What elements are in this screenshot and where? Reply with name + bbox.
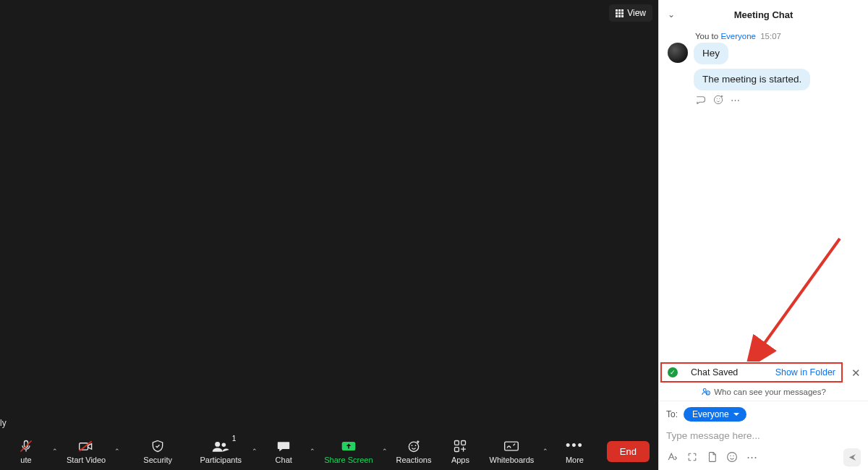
avatar — [668, 43, 688, 63]
emoji-icon[interactable] — [726, 451, 738, 463]
participants-caret[interactable]: ⌃ — [249, 448, 260, 455]
security-button[interactable]: Security — [135, 436, 181, 467]
chat-button[interactable]: Chat — [260, 436, 307, 467]
share-caret[interactable]: ⌃ — [379, 448, 391, 455]
file-icon[interactable] — [707, 451, 718, 463]
end-button[interactable]: End — [607, 441, 650, 462]
start-video-button[interactable]: Start Video — [61, 436, 111, 467]
who-can-see-text: Who can see your messages? — [714, 388, 826, 396]
show-in-folder-link[interactable]: Show in Folder — [775, 367, 835, 377]
whiteboard-icon — [503, 439, 519, 453]
chat-caret[interactable]: ⌃ — [307, 448, 318, 455]
chat-saved-banner: ✓ Chat Saved Show in Folder — [660, 362, 843, 383]
reactions-label: Reactions — [396, 456, 432, 464]
sender-prefix: You to — [695, 32, 720, 40]
more-icon: ••• — [566, 439, 584, 453]
screenshot-icon[interactable] — [686, 451, 698, 463]
svg-point-21 — [730, 456, 731, 456]
apps-icon — [453, 439, 467, 453]
corner-text: ly — [0, 418, 7, 428]
view-label: View — [627, 8, 646, 18]
shield-icon — [150, 439, 165, 453]
whiteboards-button[interactable]: Whiteboards — [483, 436, 540, 467]
more-button[interactable]: ••• More — [551, 436, 597, 467]
reactions-button[interactable]: Reactions — [391, 436, 438, 467]
person-info-icon — [701, 387, 710, 396]
message-row: Hey — [668, 43, 861, 64]
recipient-link[interactable]: Everyone — [720, 32, 756, 40]
more-label: More — [566, 456, 584, 464]
view-button[interactable]: View — [609, 4, 652, 22]
start-video-label: Start Video — [67, 456, 106, 464]
annotation-arrow — [739, 231, 854, 362]
svg-rect-10 — [455, 440, 459, 445]
message-bubble: The meeting is started. — [694, 69, 810, 90]
check-circle-icon: ✓ — [668, 367, 678, 377]
banner-close-icon[interactable]: ✕ — [844, 367, 868, 380]
format-icon[interactable] — [666, 451, 678, 463]
apps-label: Apps — [451, 456, 469, 464]
meeting-video-area: View ly ute ⌃ Start Video ⌃ — [0, 0, 658, 470]
svg-point-8 — [412, 445, 413, 446]
svg-line-17 — [762, 239, 840, 347]
svg-point-15 — [717, 98, 718, 99]
svg-point-20 — [728, 453, 737, 462]
microphone-slash-icon — [19, 439, 33, 453]
recipient-selector-label: Everyone — [692, 409, 729, 419]
react-icon[interactable] — [713, 95, 723, 106]
whiteboards-label: Whiteboards — [490, 456, 535, 464]
participants-label: Participants — [200, 456, 241, 464]
who-can-see-link[interactable]: Who can see your messages? — [659, 384, 868, 401]
message-meta: You to Everyone 15:07 — [695, 32, 861, 40]
mute-caret[interactable]: ⌃ — [49, 448, 61, 455]
chat-title: Meeting Chat — [734, 9, 793, 20]
reactions-icon — [407, 439, 421, 453]
chat-panel: ⌄ Meeting Chat You to Everyone 15:07 Hey… — [658, 0, 868, 470]
svg-point-7 — [409, 442, 418, 451]
svg-point-22 — [733, 456, 733, 456]
participants-button[interactable]: 1 Participants — [192, 436, 249, 467]
participants-badge: 1 — [232, 435, 237, 443]
apps-button[interactable]: Apps — [437, 436, 483, 467]
message-row: The meeting is started. — [694, 69, 861, 90]
participants-icon — [211, 439, 230, 453]
svg-rect-12 — [455, 447, 459, 451]
svg-point-18 — [703, 389, 706, 392]
message-time: 15:07 — [760, 32, 781, 40]
share-screen-icon — [341, 439, 357, 453]
camera-slash-icon — [78, 439, 94, 453]
meeting-toolbar: ute ⌃ Start Video ⌃ Security — [0, 432, 658, 470]
reply-icon[interactable] — [695, 95, 706, 106]
svg-point-5 — [222, 443, 226, 447]
mute-button[interactable]: ute — [3, 436, 49, 467]
compose-toolbar: ⋯ — [666, 448, 861, 466]
chat-saved-label: Chat Saved — [691, 367, 738, 377]
message-more-icon[interactable]: ⋯ — [731, 95, 740, 106]
share-screen-label: Share Screen — [324, 456, 373, 464]
svg-rect-2 — [80, 443, 88, 449]
recipient-selector[interactable]: Everyone — [684, 407, 746, 422]
message-actions: ⋯ — [695, 95, 861, 106]
video-caret[interactable]: ⌃ — [111, 448, 123, 455]
svg-point-14 — [714, 96, 722, 104]
message-bubble: Hey — [694, 43, 728, 64]
chat-collapse-icon[interactable]: ⌄ — [668, 9, 675, 20]
chat-header: ⌄ Meeting Chat — [659, 0, 868, 29]
share-screen-button[interactable]: Share Screen — [318, 436, 378, 467]
whiteboards-caret[interactable]: ⌃ — [540, 448, 551, 455]
svg-point-9 — [415, 445, 417, 446]
grid-icon — [616, 9, 624, 17]
video-main: View ly — [0, 0, 658, 432]
to-row: To: Everyone — [666, 407, 861, 422]
chat-body: You to Everyone 15:07 Hey The meeting is… — [659, 29, 868, 362]
to-label: To: — [666, 409, 678, 419]
send-button[interactable] — [843, 448, 861, 466]
svg-point-16 — [719, 98, 720, 99]
chat-icon — [276, 439, 291, 453]
compose-more-icon[interactable]: ⋯ — [746, 450, 757, 463]
message-input[interactable] — [666, 427, 861, 448]
svg-point-4 — [215, 441, 220, 446]
svg-rect-11 — [461, 440, 466, 445]
security-label: Security — [143, 456, 172, 464]
compose-area: To: Everyone ⋯ — [659, 401, 868, 470]
